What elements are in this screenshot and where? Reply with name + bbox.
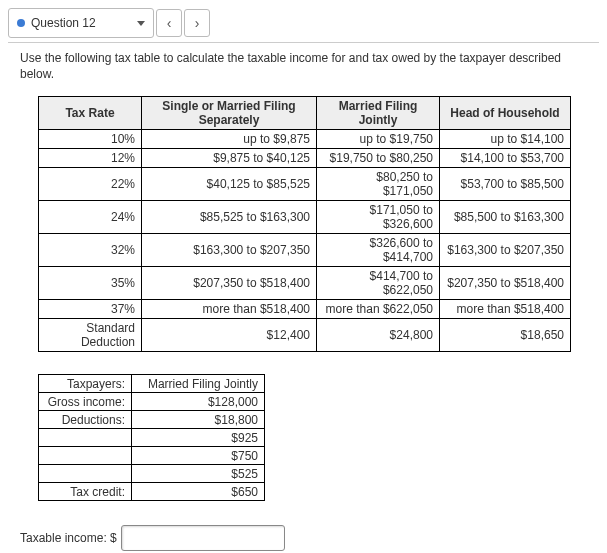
answer-inputs: Taxable income: $ Tax owed: $ <box>20 525 599 553</box>
table-row: Taxpayers:Married Filing Jointly <box>39 375 265 393</box>
table-row: 32%$163,300 to $207,350$326,600 to $414,… <box>39 234 571 267</box>
chevron-down-icon <box>137 21 145 26</box>
col-header-single: Single or Married Filing Separately <box>142 97 317 130</box>
table-row: 24%$85,525 to $163,300$171,050 to $326,6… <box>39 201 571 234</box>
prev-button[interactable]: ‹ <box>156 9 182 37</box>
tax-table: Tax Rate Single or Married Filing Separa… <box>38 96 571 352</box>
taxable-income-label: Taxable income: $ <box>20 531 117 545</box>
col-header-rate: Tax Rate <box>39 97 142 130</box>
table-row: Tax credit:$650 <box>39 483 265 501</box>
table-row: Standard Deduction$12,400$24,800$18,650 <box>39 319 571 352</box>
col-header-joint: Married Filing Jointly <box>317 97 440 130</box>
table-row: Deductions:$18,800 <box>39 411 265 429</box>
status-dot-icon <box>17 19 25 27</box>
topbar: Question 12 ‹ › <box>8 8 599 43</box>
table-row: 22%$40,125 to $85,525$80,250 to $171,050… <box>39 168 571 201</box>
next-button[interactable]: › <box>184 9 210 37</box>
table-row: $925 <box>39 429 265 447</box>
col-header-hoh: Head of Household <box>440 97 571 130</box>
instructions-text: Use the following tax table to calculate… <box>20 51 580 82</box>
question-select[interactable]: Question 12 <box>8 8 154 38</box>
table-row: 10%up to $9,875up to $19,750up to $14,10… <box>39 130 571 149</box>
table-row: 35%$207,350 to $518,400$414,700 to $622,… <box>39 267 571 300</box>
table-row: $750 <box>39 447 265 465</box>
table-row: $525 <box>39 465 265 483</box>
table-row: 12%$9,875 to $40,125$19,750 to $80,250$1… <box>39 149 571 168</box>
table-row: Gross income:$128,000 <box>39 393 265 411</box>
table-row: 37%more than $518,400more than $622,050m… <box>39 300 571 319</box>
taxable-income-input[interactable] <box>121 525 285 551</box>
question-label: Question 12 <box>31 16 96 30</box>
table-header-row: Tax Rate Single or Married Filing Separa… <box>39 97 571 130</box>
taxpayer-table: Taxpayers:Married Filing Jointly Gross i… <box>38 374 265 501</box>
